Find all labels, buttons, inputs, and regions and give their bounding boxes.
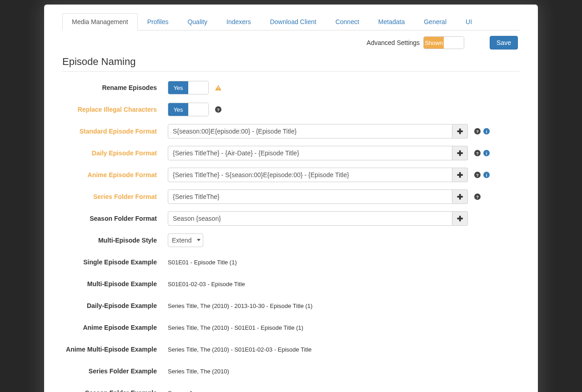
input-anime-format[interactable] — [168, 168, 452, 182]
help-icon[interactable]: ? — [474, 194, 481, 200]
tab-connect[interactable]: Connect — [326, 13, 369, 30]
add-token-button[interactable]: ✚ — [452, 146, 468, 160]
label-series-folder-example: Series Folder Example — [62, 367, 168, 375]
info-icon[interactable]: i — [483, 128, 490, 134]
label-multi-episode-example: Multi-Episode Example — [62, 280, 168, 288]
info-icon[interactable]: i — [483, 150, 490, 156]
label-series-folder-format: Series Folder Format — [62, 193, 168, 200]
section-title: Episode Naming — [62, 56, 520, 72]
label-daily-format: Daily Episode Format — [62, 149, 168, 157]
toggle-blank — [188, 81, 208, 94]
label-anime-episode-example: Anime Episode Example — [62, 324, 168, 331]
value-anime-multi-episode-example: Series Title, The (2010) - S01E01-02-03 … — [168, 346, 311, 353]
help-icon[interactable]: ? — [215, 106, 221, 113]
advanced-settings-toggle[interactable]: Shown — [423, 36, 464, 49]
value-series-folder-example: Series Title, The (2010) — [168, 368, 229, 375]
toggle-yes: Yes — [168, 103, 188, 116]
add-token-button[interactable]: ✚ — [452, 124, 468, 139]
advanced-toggle-on: Shown — [424, 37, 444, 49]
toggle-replace-illegal[interactable]: Yes — [168, 103, 209, 116]
plus-icon: ✚ — [457, 171, 463, 179]
svg-text:?: ? — [217, 107, 220, 112]
settings-panel: Media Management Profiles Quality Indexe… — [44, 5, 538, 392]
toggle-yes: Yes — [168, 81, 188, 94]
label-rename-episodes: Rename Episodes — [62, 84, 168, 91]
warning-icon — [215, 84, 221, 91]
label-anime-multi-episode-example: Anime Multi-Episode Example — [62, 346, 168, 353]
row-anime-episode-example: Anime Episode Example Series Title, The … — [62, 320, 520, 335]
svg-text:?: ? — [476, 173, 479, 178]
row-multi-episode-style: Multi-Episode Style Extend — [62, 233, 520, 248]
row-standard-format: Standard Episode Format ✚ ? i — [62, 124, 520, 139]
select-multi-episode-style[interactable]: Extend — [168, 233, 203, 247]
row-daily-episode-example: Daily-Episode Example Series Title, The … — [62, 298, 520, 313]
value-anime-episode-example: Series Title, The (2010) - S01E01 - Epis… — [168, 324, 303, 331]
value-single-episode-example: S01E01 - Episode Title (1) — [168, 259, 237, 266]
top-bar: Advanced Settings Shown Save — [62, 36, 520, 50]
label-anime-format: Anime Episode Format — [62, 171, 168, 179]
toggle-rename-episodes[interactable]: Yes — [168, 81, 209, 94]
row-rename-episodes: Rename Episodes Yes — [62, 80, 520, 95]
input-daily-format[interactable] — [168, 146, 452, 160]
svg-text:?: ? — [476, 151, 479, 156]
input-standard-format[interactable] — [168, 124, 452, 139]
svg-text:?: ? — [476, 129, 479, 134]
plus-icon: ✚ — [457, 214, 463, 223]
info-icon[interactable]: i — [483, 172, 490, 178]
label-daily-episode-example: Daily-Episode Example — [62, 302, 168, 309]
row-anime-format: Anime Episode Format ✚ ? i — [62, 167, 520, 183]
add-token-button[interactable]: ✚ — [452, 189, 468, 204]
row-series-folder-format: Series Folder Format ✚ ? — [62, 189, 520, 204]
label-single-episode-example: Single Episode Example — [62, 258, 168, 266]
svg-text:i: i — [486, 173, 487, 178]
tab-general[interactable]: General — [414, 13, 456, 30]
plus-icon: ✚ — [457, 149, 463, 158]
svg-text:?: ? — [476, 194, 479, 199]
toggle-blank — [188, 103, 208, 116]
label-multi-episode-style: Multi-Episode Style — [62, 237, 168, 244]
tab-profiles[interactable]: Profiles — [138, 13, 178, 30]
tab-metadata[interactable]: Metadata — [369, 13, 414, 30]
help-icon[interactable]: ? — [474, 150, 481, 156]
row-multi-episode-example: Multi-Episode Example S01E01-02-03 - Epi… — [62, 276, 520, 292]
row-season-folder-example: Season Folder Example Season 1 — [62, 385, 520, 392]
help-icon[interactable]: ? — [474, 172, 481, 178]
label-season-folder-format: Season Folder Format — [62, 215, 168, 222]
advanced-settings-label: Advanced Settings — [366, 39, 420, 46]
add-token-button[interactable]: ✚ — [452, 168, 468, 182]
row-replace-illegal: Replace Illegal Characters Yes ? — [62, 102, 520, 117]
value-multi-episode-example: S01E01-02-03 - Episode Title — [168, 281, 245, 288]
row-season-folder-format: Season Folder Format ✚ — [62, 211, 520, 226]
label-season-folder-example: Season Folder Example — [62, 389, 168, 392]
row-single-episode-example: Single Episode Example S01E01 - Episode … — [62, 254, 520, 270]
plus-icon: ✚ — [457, 193, 463, 201]
row-anime-multi-episode-example: Anime Multi-Episode Example Series Title… — [62, 342, 520, 357]
svg-text:i: i — [486, 151, 487, 156]
tab-quality[interactable]: Quality — [178, 13, 217, 30]
advanced-toggle-off — [444, 37, 464, 49]
tab-indexers[interactable]: Indexers — [217, 13, 261, 30]
tab-media-management[interactable]: Media Management — [62, 13, 138, 30]
input-season-folder-format[interactable] — [168, 211, 452, 226]
save-button[interactable]: Save — [490, 36, 518, 50]
value-season-folder-example: Season 1 — [168, 390, 193, 392]
plus-icon: ✚ — [457, 127, 463, 136]
svg-text:i: i — [486, 129, 487, 134]
label-standard-format: Standard Episode Format — [62, 128, 168, 135]
label-replace-illegal: Replace Illegal Characters — [62, 106, 168, 113]
value-daily-episode-example: Series Title, The (2010) - 2013-10-30 - … — [168, 303, 312, 309]
add-token-button[interactable]: ✚ — [452, 211, 468, 226]
tab-ui[interactable]: UI — [456, 13, 482, 30]
input-series-folder-format[interactable] — [168, 189, 452, 204]
tab-download-client[interactable]: Download Client — [261, 13, 326, 30]
help-icon[interactable]: ? — [474, 128, 481, 134]
row-series-folder-example: Series Folder Example Series Title, The … — [62, 363, 520, 379]
tabs-bar: Media Management Profiles Quality Indexe… — [62, 13, 520, 30]
row-daily-format: Daily Episode Format ✚ ? i — [62, 145, 520, 161]
